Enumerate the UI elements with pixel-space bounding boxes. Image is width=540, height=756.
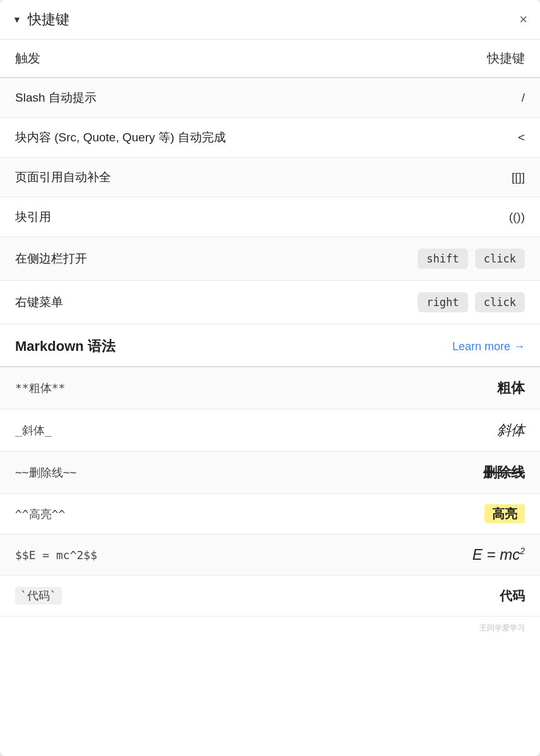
md-result-code: 代码 — [500, 588, 525, 605]
shortcut-key-page-ref: [[]] — [512, 170, 525, 184]
shortcut-trigger-block: 块内容 (Src, Quote, Query 等) 自动完成 — [15, 129, 226, 146]
shortcut-key-block-ref: (()) — [509, 210, 525, 224]
shortcut-row-sidebar: 在侧边栏打开 shift click — [0, 237, 540, 281]
md-row-code: `代码` 代码 — [0, 576, 540, 617]
collapse-arrow-icon[interactable]: ▼ — [13, 15, 21, 25]
learn-more-link[interactable]: Learn more → — [452, 340, 525, 353]
footer-watermark: 王同学爱学习 — [0, 617, 540, 640]
col-trigger-label: 触发 — [15, 50, 40, 67]
table-header: 触发 快捷键 — [0, 40, 540, 78]
md-row-highlight: ^^高亮^^ 高亮 — [0, 494, 540, 535]
md-row-strikethrough: ~~删除线~~ 删除线 — [0, 452, 540, 494]
shortcut-key-sidebar: shift click — [414, 249, 525, 269]
modal-container: ▼ 快捷键 × 触发 快捷键 Slash 自动提示 / 块内容 (Src, Qu… — [0, 0, 540, 756]
right-badge: right — [418, 292, 467, 312]
markdown-section-title: Markdown 语法 — [15, 337, 115, 356]
md-syntax-italic: _斜体_ — [15, 423, 52, 438]
shift-badge: shift — [418, 249, 467, 269]
modal-header: ▼ 快捷键 × — [0, 0, 540, 40]
col-shortcut-label: 快捷键 — [487, 50, 525, 67]
click-badge-sidebar: click — [475, 249, 525, 269]
click-badge-context: click — [475, 292, 525, 312]
highlight-badge: 高亮 — [484, 504, 525, 523]
md-row-italic: _斜体_ 斜体 — [0, 410, 540, 452]
md-result-highlight: 高亮 — [484, 505, 525, 523]
shortcut-key-slash: / — [522, 91, 525, 105]
md-syntax-code: `代码` — [15, 587, 62, 605]
shortcut-row-slash: Slash 自动提示 / — [0, 78, 540, 118]
md-result-math: E = mc2 — [472, 546, 525, 564]
md-row-math: $$E = mc^2$$ E = mc2 — [0, 535, 540, 576]
md-result-italic: 斜体 — [497, 421, 525, 440]
md-result-bold: 粗体 — [497, 379, 525, 398]
shortcut-key-block: < — [518, 131, 525, 145]
markdown-header: Markdown 语法 Learn more → — [0, 324, 540, 366]
md-result-strikethrough: 删除线 — [483, 463, 525, 482]
watermark-text: 王同学爱学习 — [479, 623, 525, 632]
shortcut-row-context-menu: 右键菜单 right click — [0, 281, 540, 324]
shortcut-row-block-ref: 块引用 (()) — [0, 198, 540, 237]
close-button[interactable]: × — [519, 13, 527, 27]
shortcut-key-context-menu: right click — [414, 292, 525, 312]
md-row-bold: **粗体** 粗体 — [0, 367, 540, 410]
markdown-section: **粗体** 粗体 _斜体_ 斜体 ~~删除线~~ 删除线 ^^高亮^^ 高亮 … — [0, 366, 540, 617]
shortcut-trigger-block-ref: 块引用 — [15, 209, 51, 225]
shortcut-trigger-page-ref: 页面引用自动补全 — [15, 169, 111, 186]
md-syntax-bold: **粗体** — [15, 381, 65, 396]
md-syntax-highlight: ^^高亮^^ — [15, 507, 65, 522]
shortcut-trigger-slash: Slash 自动提示 — [15, 90, 97, 106]
md-syntax-strikethrough: ~~删除线~~ — [15, 465, 76, 480]
modal-title: 快捷键 — [28, 10, 519, 29]
shortcut-trigger-sidebar: 在侧边栏打开 — [15, 251, 87, 267]
md-syntax-math: $$E = mc^2$$ — [15, 548, 97, 562]
shortcut-row-block: 块内容 (Src, Quote, Query 等) 自动完成 < — [0, 118, 540, 158]
shortcut-row-page-ref: 页面引用自动补全 [[]] — [0, 158, 540, 198]
shortcuts-section: Slash 自动提示 / 块内容 (Src, Quote, Query 等) 自… — [0, 78, 540, 324]
shortcut-trigger-context-menu: 右键菜单 — [15, 294, 63, 310]
